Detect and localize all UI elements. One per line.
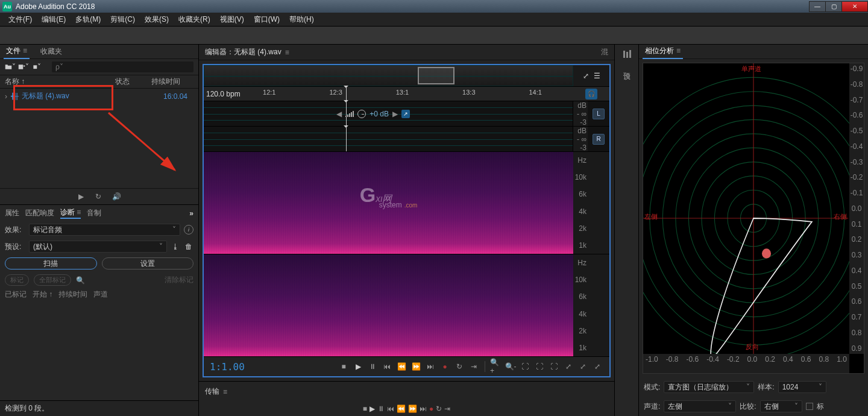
- file-item[interactable]: › ╋╫ 无标题 (4).wav 16:0.04: [0, 89, 198, 104]
- volume-hud[interactable]: ◀ +0 dB ▶ ↗: [336, 110, 410, 118]
- zoom-full-button[interactable]: ⛶: [519, 361, 531, 373]
- zoom-tool-icon[interactable]: ⤢: [583, 72, 589, 80]
- expand-hud-icon[interactable]: ↗: [401, 110, 410, 118]
- channel-select[interactable]: 左侧˅: [664, 400, 736, 412]
- record-2[interactable]: ●: [429, 405, 433, 413]
- maximize-button[interactable]: ▢: [825, 1, 842, 12]
- playhead[interactable]: [346, 127, 347, 151]
- effect-select[interactable]: 标记音频˅: [29, 224, 180, 236]
- play-button-2[interactable]: ▶: [370, 405, 375, 413]
- samples-select[interactable]: 1024˅: [778, 381, 826, 393]
- scan-button[interactable]: 扫描: [5, 257, 97, 269]
- col-marked[interactable]: 已标记: [5, 289, 27, 300]
- right-channel-button[interactable]: R: [593, 134, 605, 145]
- new-multitrack-icon[interactable]: ˅: [18, 62, 29, 72]
- editor-kanji-icon[interactable]: 混: [601, 47, 608, 57]
- tab-attributes[interactable]: 属性: [5, 208, 19, 218]
- settings-button[interactable]: 设置: [102, 257, 194, 269]
- mixer-icon[interactable]: [622, 49, 632, 61]
- menu-favorites[interactable]: 收藏夹(R): [174, 13, 215, 26]
- skip-sel-2[interactable]: ⇥: [444, 405, 450, 413]
- spectrum-left[interactable]: GGXIXI网 system.com: [204, 152, 573, 254]
- info-icon[interactable]: i: [184, 225, 193, 235]
- skip-end-2[interactable]: ⏭: [420, 405, 427, 413]
- skip-start-button[interactable]: ⏮: [381, 361, 393, 373]
- zoom-out-button[interactable]: 🔍-: [505, 361, 517, 373]
- loop-2[interactable]: ↻: [436, 405, 442, 413]
- forward-2[interactable]: ⏩: [408, 405, 417, 413]
- rewind-button[interactable]: ⏪: [395, 361, 407, 373]
- menu-help[interactable]: 帮助(H): [285, 13, 319, 26]
- menu-multitrack[interactable]: 多轨(M): [71, 13, 105, 26]
- header-name[interactable]: 名称 ↑: [5, 77, 115, 87]
- stop-button[interactable]: ■: [338, 361, 350, 373]
- col-duration[interactable]: 持续时间: [58, 289, 87, 300]
- playhead[interactable]: [346, 87, 347, 101]
- editor-menu-icon[interactable]: ≡: [285, 48, 289, 57]
- waveform-left[interactable]: ◀ +0 dB ▶ ↗: [204, 101, 573, 126]
- search-input[interactable]: [52, 61, 193, 72]
- forward-button[interactable]: ⏩: [410, 361, 422, 373]
- preview-autoplay-icon[interactable]: 🔊: [112, 192, 121, 201]
- timeline-ruler[interactable]: 120.0 bpm 12:1 12:3 13:1 13:3 14:1: [204, 87, 573, 101]
- pause-button-2[interactable]: ⏸: [377, 405, 385, 413]
- zoom-reset-button[interactable]: ⤢: [591, 361, 603, 373]
- mark-button[interactable]: 标记: [5, 274, 29, 286]
- mode-select[interactable]: 直方图（日志缩放）˅: [664, 381, 754, 393]
- compare-select[interactable]: 右侧˅: [760, 400, 802, 412]
- spectrum-right[interactable]: [204, 254, 573, 356]
- view-list-icon[interactable]: ☰: [594, 72, 600, 80]
- overview-track[interactable]: [204, 65, 573, 86]
- rewind-2[interactable]: ⏪: [397, 405, 406, 413]
- col-start[interactable]: 开始 ↑: [33, 289, 52, 300]
- more-tabs-icon[interactable]: »: [189, 209, 193, 218]
- preview-play-icon[interactable]: ▶: [78, 192, 87, 201]
- close-button[interactable]: ✕: [841, 1, 868, 12]
- play-button[interactable]: ▶: [352, 361, 364, 373]
- menu-window[interactable]: 窗口(W): [249, 13, 285, 26]
- waveform-right[interactable]: [204, 127, 573, 151]
- record-icon[interactable]: ■˅: [31, 62, 42, 72]
- record-button[interactable]: ●: [439, 361, 451, 373]
- zoom-select-button[interactable]: ⛶: [533, 361, 546, 373]
- menu-file[interactable]: 文件(F): [4, 13, 37, 26]
- zoom-out-point-button[interactable]: ⤢: [562, 361, 574, 373]
- delete-preset-icon[interactable]: 🗑: [184, 242, 193, 251]
- tab-favorites[interactable]: 收藏夹: [38, 45, 64, 58]
- minimize-button[interactable]: —: [809, 1, 826, 12]
- menu-view[interactable]: 视图(V): [215, 13, 249, 26]
- tab-loudness[interactable]: 匹配响度: [25, 208, 54, 218]
- header-state[interactable]: 状态: [115, 77, 151, 87]
- tab-diagnostics[interactable]: 诊断 ≡: [60, 207, 81, 219]
- stop-button-2[interactable]: ■: [363, 405, 367, 413]
- menu-edit[interactable]: 编辑(E): [37, 13, 71, 26]
- preset-select[interactable]: (默认)˅: [29, 241, 167, 253]
- loop-button[interactable]: ↻: [453, 361, 465, 373]
- header-duration[interactable]: 持续时间: [151, 77, 193, 87]
- preview-loop-icon[interactable]: ↻: [95, 192, 104, 201]
- clear-marks-button[interactable]: 清除标记: [165, 275, 193, 285]
- overview-handle[interactable]: [418, 67, 454, 84]
- skip-start-2[interactable]: ⏮: [387, 405, 394, 413]
- tab-files[interactable]: 文件≡: [4, 44, 30, 59]
- timecode-display[interactable]: 1:1.00: [210, 361, 245, 373]
- zoom-in-point-button[interactable]: ⛶: [548, 361, 560, 373]
- menu-clip[interactable]: 剪辑(C): [105, 13, 140, 26]
- pause-button[interactable]: ⏸: [366, 361, 379, 373]
- zoom-in-button[interactable]: 🔍+: [490, 361, 502, 373]
- expand-icon[interactable]: ›: [5, 92, 11, 101]
- open-file-icon[interactable]: ˅: [5, 62, 16, 72]
- menu-effects[interactable]: 效果(S): [140, 13, 174, 26]
- normalize-checkbox[interactable]: [806, 403, 813, 410]
- col-channel[interactable]: 声道: [93, 289, 108, 300]
- transport-menu-icon[interactable]: ≡: [223, 388, 227, 396]
- tab-tone[interactable]: 音制: [87, 208, 101, 218]
- tab-phase[interactable]: 相位分析≡: [643, 44, 683, 59]
- save-preset-icon[interactable]: ⭳: [171, 242, 180, 251]
- zoom-vertical-button[interactable]: ⤢: [577, 361, 589, 373]
- skip-select-button[interactable]: ⇥: [468, 361, 480, 373]
- phase-scope[interactable]: 单声道 左侧 右侧 反向 -0.9-0.8-0.7-0.6-0.5-0.4-0.…: [643, 63, 864, 374]
- left-channel-button[interactable]: L: [593, 109, 605, 119]
- marker-search-icon[interactable]: 🔍: [76, 276, 85, 285]
- skip-end-button[interactable]: ⏭: [424, 361, 436, 373]
